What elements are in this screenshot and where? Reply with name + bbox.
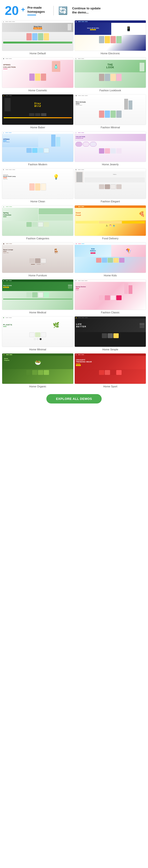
preview-fashion-categories[interactable]: ▲ SpringCollection [2,205,73,236]
label-home-organic: Home Organic [29,385,47,388]
grid-item-food-delivery[interactable]: F GoodFood! 🍕 🚴 ⏰ 🏪 [75,205,146,241]
preview-fashion-modern[interactable]: ● SPRING 2024 Collection [2,131,73,162]
grid-item-home-simple[interactable]: ◆ LIFEBETTER Ho [75,316,146,352]
header-underline [27,15,36,16]
preview-home-electronic[interactable]: ◆ SALE UP TO 30%Shop Now 📱 [75,20,146,51]
grid-item-fashion-lookbook[interactable]: L THELOOK Fashion Lookbook [75,57,146,93]
preview-home-clean[interactable]: C Featured Dazzle Desk Lamp Shop Now 💡 [2,168,73,199]
update-icon: 🔄 [58,6,68,15]
label-home-kids: Home Kids [104,274,117,277]
preview-home-kids[interactable]: ★ KidsEdition Shop Now 🪁 [75,242,146,273]
grid-item-home-organic[interactable]: 🌱 🥗 HomeOrganic Home Organic [2,353,73,389]
grid-item-home-jewerly[interactable]: ♦ COLLECTIONEXTRA 20% OFF [75,131,146,167]
grid-item-fashion-classic[interactable]: F Spring Section Explore [75,279,146,315]
label-fashion-elegant: Fashion Elegant [101,200,120,203]
preview-fashion-lookbook[interactable]: L THELOOK [75,57,146,88]
preview-home-default[interactable]: ● Shop NowSALE UP TO [2,20,73,51]
grid-item-fashion-modern[interactable]: ● SPRING 2024 Collection [2,131,73,167]
header-divider [53,6,54,16]
explore-all-demos-button[interactable]: EXPLORE ALL DEMOS [47,394,101,403]
grid-item-home-electronic[interactable]: ◆ SALE UP TO 30%Shop Now 📱 [75,20,146,56]
label-fashion-lookbook: Fashion Lookbook [99,89,121,92]
preview-fashion-elegant[interactable]: E Fashion [75,168,146,199]
label-home-medical: Home Medical [29,311,46,314]
label-fashion-minimal: Fashion Minimal [101,126,120,129]
header-plus: + [21,6,25,13]
preview-home-baber[interactable]: ★ StayWild [2,94,73,125]
label-home-simple: Home Simple [102,348,118,351]
label-home-sport: Home Sport [103,385,117,388]
grid-item-home-furniture[interactable]: ▣ Savon Lounge Explore Now 🪑 [2,242,73,278]
label-home-clean: Home Clean [30,200,45,203]
preview-home-organic[interactable]: 🌱 🥗 HomeOrganic [2,353,73,384]
label-home-jewerly: Home Jewerly [102,163,119,166]
header-number: 20 [5,4,19,17]
preview-fashion-classic[interactable]: F Spring Section Explore [75,279,146,310]
preview-home-minimal[interactable]: M PLANTS 🌿 [2,316,73,347]
grid-item-fashion-elegant[interactable]: E Fashion [75,168,146,204]
label-home-default: Home Default [30,52,46,55]
grid-item-home-kids[interactable]: ★ KidsEdition Shop Now 🪁 [75,242,146,278]
preview-fashion-minimal[interactable]: M New Arrivals Shop the latest [75,94,146,125]
header-premade-text: Pre-made homepages [27,6,47,14]
explore-section: EXPLORE ALL DEMOS [0,390,148,408]
header-continue-text: Continue to update the demo... [72,6,101,15]
preview-home-furniture[interactable]: ▣ Savon Lounge Explore Now 🪑 [2,242,73,273]
grid-item-home-clean[interactable]: C Featured Dazzle Desk Lamp Shop Now 💡 [2,168,73,204]
label-home-electronic: Home Electronic [101,52,120,55]
label-fashion-categories: Fashion Categories [26,237,49,240]
preview-home-simple[interactable]: ◆ LIFEBETTER [75,316,146,347]
grid-item-home-sport[interactable]: S CROSSFITTRENDING WEAR Shop Now Home Sp… [75,353,146,389]
label-home-cosmetic: Home Cosmetic [28,89,47,92]
previews-grid: ● Shop NowSALE UP TO Home Defaul [0,19,148,390]
preview-home-sport[interactable]: S CROSSFITTRENDING WEAR Shop Now [75,353,146,384]
grid-item-fashion-categories[interactable]: ▲ SpringCollection [2,205,73,241]
grid-item-home-baber[interactable]: ★ StayWild Home Baber [2,94,73,130]
grid-item-home-cosmetic[interactable]: ✿ SPRINGCOLLECTION 🧴 [2,57,73,93]
label-fashion-classic: Fashion Classic [101,311,120,314]
grid-item-home-default[interactable]: ● Shop NowSALE UP TO Home Defaul [2,20,73,56]
grid-item-fashion-minimal[interactable]: M New Arrivals Shop the latest [75,94,146,130]
grid-item-home-medical[interactable]: ✚ New ArrivalsShop Now [2,279,73,315]
label-home-baber: Home Baber [30,126,45,129]
grid-item-home-minimal[interactable]: M PLANTS 🌿 [2,316,73,352]
preview-food-delivery[interactable]: F GoodFood! 🍕 🚴 ⏰ 🏪 [75,205,146,236]
label-home-furniture: Home Furniture [29,274,47,277]
label-fashion-modern: Fashion Modern [28,163,47,166]
label-food-delivery: Food Delivery [102,237,118,240]
label-home-minimal: Home Minimal [29,348,46,351]
header-section: 20 + Pre-made homepages 🔄 Continue to up… [0,0,148,19]
preview-home-medical[interactable]: ✚ New ArrivalsShop Now [2,279,73,310]
preview-home-jewerly[interactable]: ♦ COLLECTIONEXTRA 20% OFF [75,131,146,162]
preview-home-cosmetic[interactable]: ✿ SPRINGCOLLECTION 🧴 [2,57,73,88]
